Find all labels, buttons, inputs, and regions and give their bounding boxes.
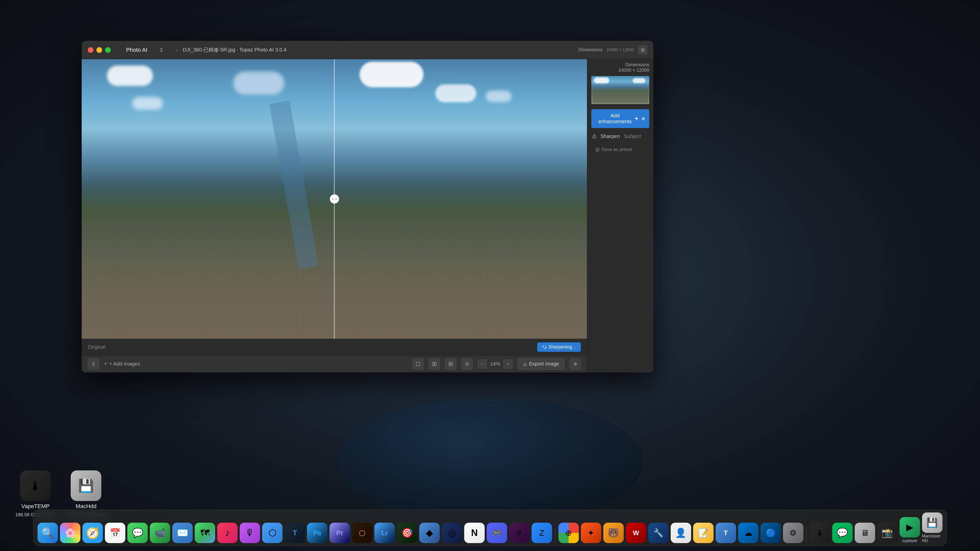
zoom-minus-button[interactable]: −: [478, 359, 487, 368]
dock-item-temp[interactable]: 🌡: [810, 523, 830, 543]
add-images-button[interactable]: + + Add images: [104, 361, 140, 367]
dock-item-typora[interactable]: T: [716, 523, 736, 543]
dock-item-lrcc[interactable]: Lr: [374, 523, 395, 543]
dimensions-label-panel: Dimensions: [591, 62, 649, 68]
machdd-label: MacHdd: [76, 503, 97, 510]
sharpen-warning-icon: [591, 133, 597, 139]
triangle-warning-icon: [592, 134, 597, 139]
dock-item-topaz[interactable]: T: [285, 523, 305, 543]
view-compare-icon: [449, 362, 453, 366]
zoom-plus-button[interactable]: +: [503, 359, 512, 368]
dock-item-finder[interactable]: 🔍: [38, 523, 58, 543]
dock-item-calendar[interactable]: 📅: [105, 523, 125, 543]
split-handle[interactable]: [330, 194, 339, 203]
dock-item-discord[interactable]: 🎮: [487, 523, 507, 543]
svg-rect-2: [433, 362, 434, 366]
right-panel: Dimensions 24000 × 12000 Add enhancement…: [587, 59, 653, 372]
dock-item-macstore[interactable]: 🖥: [855, 523, 875, 543]
dock: 🔍 🌸 🧭 📅 💬 📹 ✉️ 🗺 ♪ 🎙 ⬡ T Ps Pr ⬡ Lr 🎯: [33, 510, 947, 546]
dock-item-photos[interactable]: 🌸: [60, 523, 80, 543]
dock-item-temp-group[interactable]: 🌡: [810, 523, 830, 543]
dock-item-maps[interactable]: 🗺: [195, 523, 215, 543]
export-button[interactable]: Export image: [517, 358, 565, 370]
dock-item-mail[interactable]: ✉️: [172, 523, 192, 543]
subject-label: Subject: [624, 133, 641, 139]
dock-item-zoom[interactable]: Z: [531, 523, 552, 543]
minimize-button[interactable]: [97, 47, 102, 53]
window-controls: [88, 47, 111, 53]
dock-item-screenshot[interactable]: 📸: [877, 523, 897, 543]
dock-item-music[interactable]: ♪: [217, 523, 238, 543]
zoom-controls: − 14% +: [478, 359, 512, 368]
dock-item-blue[interactable]: 🔵: [760, 523, 781, 543]
app-window: Photo AI 3 › DJI_360-已精修-5R.jpg · Topaz …: [82, 41, 653, 372]
dock-item-facetime[interactable]: 📹: [150, 523, 170, 543]
view-compare-button[interactable]: [445, 359, 456, 370]
close-button[interactable]: [88, 47, 94, 53]
panel-toggle-button[interactable]: ⊞: [638, 45, 647, 55]
desktop: Photo AI 3 › DJI_360-已精修-5R.jpg · Topaz …: [0, 0, 980, 551]
zyplayer-label: zyplayer: [902, 538, 918, 543]
dock-separator-2: [807, 528, 807, 543]
dock-item-podcasts[interactable]: 🎙: [240, 523, 260, 543]
dock-item-chrome[interactable]: ⊕: [558, 523, 579, 543]
dock-item-bear[interactable]: 🐻: [603, 523, 624, 543]
dock-item-ps[interactable]: Ps: [307, 523, 328, 543]
sharpen-item[interactable]: Sharpen Subject: [587, 130, 653, 142]
split-line: [334, 59, 335, 339]
sharpening-icon: [542, 345, 546, 349]
dock-item-macintosh[interactable]: 💾: [922, 513, 942, 533]
dock-item-contacts[interactable]: 👤: [671, 523, 691, 543]
upload-button[interactable]: [88, 359, 99, 370]
thumb-cloud-1: [594, 77, 609, 83]
dock-item-notes[interactable]: 📝: [693, 523, 714, 543]
title-bar-right: Dimensions 24000 × 12000 ⊞: [579, 45, 647, 55]
view-split-icon: [432, 362, 437, 366]
view-single-button[interactable]: [412, 359, 424, 370]
zoom-value: 14%: [490, 361, 500, 367]
dock-item-onedrive[interactable]: ☁: [738, 523, 759, 543]
add-enhancement-adjust-icon: ⊕: [641, 116, 645, 121]
view-single-icon: [416, 362, 420, 366]
vapetemp-label: VapeTEMP: [21, 503, 50, 510]
sharpen-label: Sharpen: [600, 133, 620, 139]
tab-index[interactable]: 3: [156, 44, 167, 56]
title-bar: Photo AI 3 › DJI_360-已精修-5R.jpg · Topaz …: [82, 41, 653, 59]
plus-icon: +: [104, 361, 107, 367]
dock-item-topaz2[interactable]: ⬡: [352, 523, 372, 543]
image-container[interactable]: [82, 59, 587, 339]
dock-item-delta[interactable]: 🎯: [397, 523, 417, 543]
settings-button[interactable]: [461, 359, 473, 370]
dock-item-pr[interactable]: Pr: [329, 523, 350, 543]
globe-svg: [337, 398, 643, 526]
dock-item-messages[interactable]: 💬: [127, 523, 148, 543]
tab-photo-ai[interactable]: Photo AI: [122, 44, 151, 56]
cloud-1: [107, 65, 153, 86]
svg-rect-10: [597, 148, 598, 149]
dock-item-settings[interactable]: ⚙: [783, 523, 803, 543]
dimensions-value: 24000 × 12000: [607, 48, 634, 52]
more-options-button[interactable]: ⊕: [570, 359, 581, 370]
dock-item-spark[interactable]: ✦: [581, 523, 601, 543]
upload-icon: [91, 362, 96, 366]
thumbnail-container: [587, 76, 653, 107]
globe-decoration: [337, 398, 643, 526]
add-enhancements-button[interactable]: Add enhancements + ⊕: [591, 109, 649, 128]
save-preset-button[interactable]: Save as preset: [591, 144, 649, 155]
svg-rect-5: [449, 364, 452, 366]
dock-item-appstore[interactable]: ⬡: [262, 523, 283, 543]
main-content: Original Sharpening...: [82, 59, 653, 372]
maximize-button[interactable]: [105, 47, 111, 53]
dock-item-zyplayer-group: ▶ zyplayer: [900, 517, 920, 543]
dock-item-wps[interactable]: W: [626, 523, 646, 543]
dock-item-wechat[interactable]: 💬: [832, 523, 853, 543]
dock-item-davinci[interactable]: ◆: [419, 523, 440, 543]
dock-item-slack[interactable]: #: [509, 523, 530, 543]
dock-item-safari[interactable]: 🧭: [83, 523, 103, 543]
dock-item-zyplayer[interactable]: ▶: [900, 517, 920, 537]
view-split-button[interactable]: [429, 359, 440, 370]
label-original: Original: [88, 344, 105, 350]
dock-item-notion[interactable]: N: [464, 523, 485, 543]
dock-item-resolve[interactable]: ◎: [442, 523, 462, 543]
dock-item-tool1[interactable]: 🔧: [648, 523, 669, 543]
